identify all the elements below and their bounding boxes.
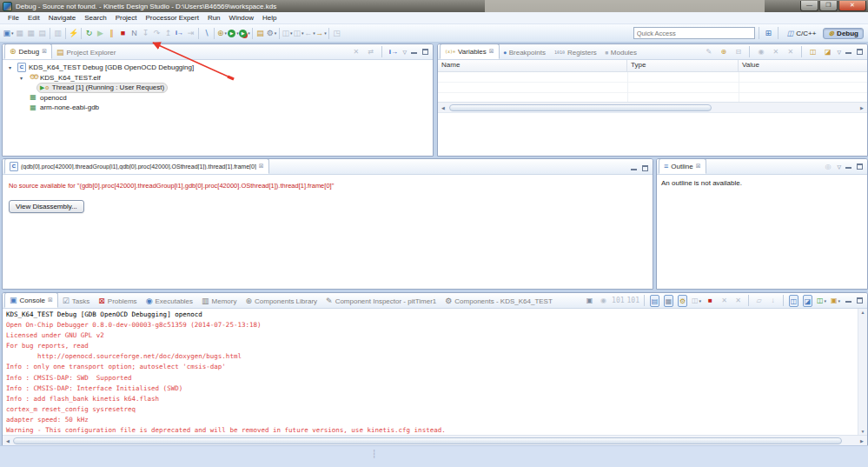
view-tab[interactable]: ☑ Tasks ⊠ xyxy=(58,294,95,308)
close-tab-icon[interactable]: ⊠ xyxy=(48,297,53,304)
view-menu-icon[interactable]: ▽ xyxy=(402,49,407,55)
close-window-button[interactable]: ✕ xyxy=(838,1,866,11)
scroll-left-icon[interactable]: ◀ xyxy=(3,438,12,444)
minimize-view-icon[interactable] xyxy=(845,297,852,304)
editor-tab[interactable]: (gdb[0].proc[42000].threadGroup[i1],gdb[… xyxy=(4,158,269,174)
view-tab[interactable]: ⊛ Components Library ⊠ xyxy=(241,294,321,308)
clear-console-button[interactable]: ▱ ▾ xyxy=(753,295,765,306)
use-step-filters-button[interactable]: ⇥ ▾ xyxy=(185,26,196,40)
open-perspective-button[interactable]: ⊞ xyxy=(763,26,774,40)
view-tab[interactable]: ▣ Console ⊠ xyxy=(4,292,58,308)
column-header[interactable]: Name xyxy=(438,60,627,71)
dropdown-arrow-icon[interactable]: ▾ xyxy=(825,298,827,304)
terminate-button[interactable]: ■ ▾ xyxy=(117,26,129,40)
show-console-on-stdout-button[interactable]: ▤ ▾ xyxy=(649,295,660,306)
vertical-scrollbar[interactable]: ▲▼ xyxy=(858,309,867,435)
cpp-perspective-button[interactable]: ◫ C/C++ xyxy=(782,28,822,39)
view-tab[interactable]: ≡ Outline ⊠ xyxy=(659,158,706,174)
console-output[interactable]: KDS_K64_TEST Debug [GDB OpenOCD Debuggin… xyxy=(3,309,867,435)
save-all-button[interactable]: ▦ ▾ xyxy=(25,26,36,40)
minimize-window-button[interactable]: — xyxy=(800,1,818,11)
view-tab[interactable]: ● Breakpoints ⊠ xyxy=(500,45,550,59)
open-console-button[interactable]: ▣ ▾ xyxy=(830,295,841,306)
minimize-view-icon[interactable] xyxy=(630,164,638,172)
focus-button[interactable]: ◎ xyxy=(822,161,833,172)
horizontal-scrollbar[interactable]: ◀ ▶ xyxy=(438,102,867,112)
horizontal-scrollbar[interactable]: ◀ ▶ xyxy=(3,435,867,445)
scroll-left-icon[interactable]: ◀ xyxy=(439,105,447,110)
maximize-view-icon[interactable] xyxy=(641,164,649,172)
link-console-button[interactable]: ◫ ▾ xyxy=(691,295,702,306)
close-tab-icon[interactable]: ⊠ xyxy=(489,48,494,55)
quick-access-input[interactable] xyxy=(633,27,755,39)
view-tab[interactable]: ✎ Component Inspector - pitTimer1 ⊠ xyxy=(321,294,441,308)
statusbar-grip[interactable]: ┆ xyxy=(372,450,376,458)
show-type-names-button[interactable]: ✎ xyxy=(703,46,714,57)
open-resource-button[interactable]: ▤ ▾ xyxy=(255,26,266,40)
pe-console-toggle-button[interactable]: ⚙ ▾ xyxy=(677,295,688,306)
menu-item[interactable]: Edit xyxy=(23,14,44,22)
build-button[interactable]: ▥ ▾ xyxy=(52,26,63,40)
pin-console-toggle-button[interactable]: ◪ ▾ xyxy=(802,295,813,306)
scrollbar-thumb[interactable] xyxy=(449,104,712,111)
new-wizard-button[interactable]: ▣ ▾ xyxy=(3,26,14,40)
components-console-toggle-button[interactable]: ▦ ▾ xyxy=(663,295,674,306)
view-tab[interactable]: ◉ Executables ⊠ xyxy=(142,294,197,308)
view-tab[interactable]: ▤ Modules ⊠ xyxy=(601,45,641,59)
menu-item[interactable]: Run xyxy=(203,14,225,22)
terminate-console-button[interactable]: ■ ▾ xyxy=(705,295,716,306)
previous-annotation-button[interactable]: ◫ ▾ xyxy=(282,26,293,40)
save-button[interactable]: ▦ ▾ xyxy=(14,26,25,40)
minimize-view-icon[interactable] xyxy=(410,48,418,56)
debug-tree-row[interactable]: openocd xyxy=(3,93,433,103)
debug-tree-row[interactable]: Thread [1] (Running : User Request) xyxy=(3,83,433,93)
column-header[interactable]: Value xyxy=(739,60,867,71)
scrollbar-thumb[interactable] xyxy=(13,437,842,444)
maximize-view-icon[interactable] xyxy=(856,297,864,304)
minimize-view-icon[interactable] xyxy=(845,163,852,170)
view-tab[interactable]: (x)= Variables ⊠ xyxy=(440,43,500,59)
enable-selected-button[interactable]: ◉ xyxy=(755,46,766,57)
remove-all-terminated-button[interactable]: ✕ xyxy=(350,46,361,57)
show-logical-structures-button[interactable]: ⊕ xyxy=(718,46,729,57)
debug-tree-row[interactable]: ▾ KDS_K64_TEST Debug [GDB OpenOCD Debugg… xyxy=(3,63,433,73)
maximize-view-icon[interactable] xyxy=(421,48,429,56)
expander-icon[interactable]: ▾ xyxy=(17,75,25,81)
menu-item[interactable]: Navigate xyxy=(44,14,81,22)
debug-perspective-button[interactable]: ⊛ Debug xyxy=(823,28,864,39)
pin-view-button[interactable]: ◪ xyxy=(822,46,833,57)
dropdown-arrow-icon[interactable]: ▾ xyxy=(248,30,250,36)
disconnect-button[interactable]: N ▾ xyxy=(129,26,140,40)
restart-button[interactable]: ↻ ▾ xyxy=(83,26,95,40)
display-selected-console-button[interactable]: ◫ ▾ xyxy=(816,295,827,306)
view-tab[interactable]: ▤ Project Explorer ⊠ xyxy=(52,45,120,59)
flash-programmer-button[interactable]: ⚡ ▾ xyxy=(68,26,79,40)
scroll-down-icon[interactable]: ▼ xyxy=(861,429,865,434)
menu-item[interactable]: Project xyxy=(111,14,142,22)
pin-editor-button[interactable]: ◳ ▾ xyxy=(331,26,342,40)
view-menu-icon[interactable]: ▽ xyxy=(837,163,841,170)
variables-detail-pane[interactable] xyxy=(438,112,867,156)
menu-item[interactable]: Processor Expert xyxy=(142,14,203,22)
dropdown-arrow-icon[interactable]: ▾ xyxy=(225,30,228,36)
pin-console-top-button[interactable]: ◉ ▾ xyxy=(598,295,609,306)
menu-item[interactable]: Help xyxy=(258,14,281,22)
remove-all-button[interactable]: ✕ xyxy=(785,46,796,57)
restore-window-button[interactable]: ❐ xyxy=(819,1,838,11)
collapse-all-button[interactable]: ⊟ xyxy=(732,46,744,57)
debug-tree-row[interactable]: arm-none-eabi-gdb xyxy=(3,103,433,113)
menu-item[interactable]: Search xyxy=(80,14,110,22)
view-tab[interactable]: ⊠ Problems ⊠ xyxy=(94,294,141,308)
next-annotation-button[interactable]: ◫ ▾ xyxy=(293,26,304,40)
reconnect-button[interactable]: ⇄ xyxy=(365,46,376,57)
disable-selected-button[interactable]: ✕ xyxy=(770,46,781,57)
view-tab[interactable]: ▥ Memory ⊠ xyxy=(197,294,241,308)
view-tab[interactable]: ⊛ Debug ⊠ xyxy=(4,43,52,59)
external-tools-button[interactable]: ▶ ▾ xyxy=(239,26,250,40)
show-stdout-button[interactable]: 101 ▾ xyxy=(612,295,624,306)
menu-item[interactable]: Window xyxy=(225,14,258,22)
debug-config-button[interactable]: ⊛ ▾ xyxy=(216,26,228,40)
scroll-right-icon[interactable]: ▶ xyxy=(858,438,866,444)
new-cpp-tool-button[interactable]: ⚙ ▾ xyxy=(266,26,277,40)
close-tab-icon[interactable]: ⊠ xyxy=(42,48,47,55)
